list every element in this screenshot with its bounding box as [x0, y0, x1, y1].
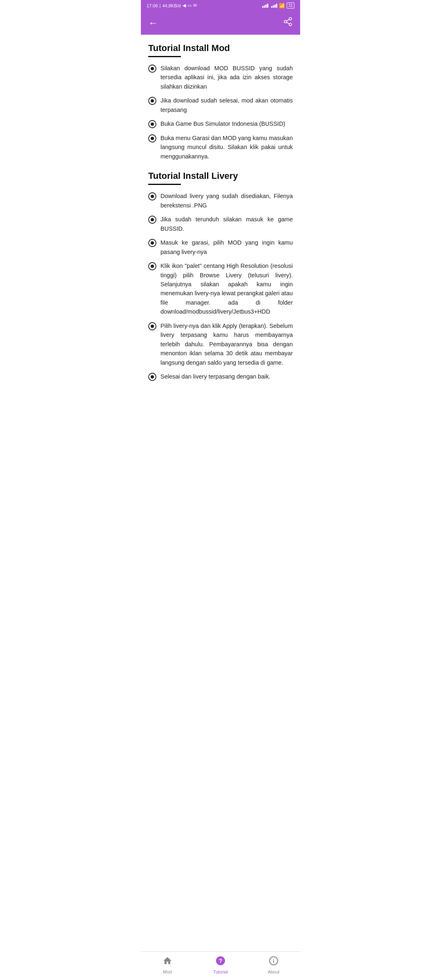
bullet-icon-l1 [148, 192, 156, 200]
bullet-text: Selesai dan livery terpasang dengan baik… [160, 372, 270, 381]
network-speed: | [160, 3, 161, 8]
svg-point-6 [151, 67, 154, 70]
bullet-icon-4 [148, 134, 156, 143]
back-button[interactable]: ← [148, 17, 158, 29]
list-item: Selesai dan livery terpasang dengan baik… [148, 372, 293, 381]
svg-point-10 [151, 122, 154, 126]
bullet-text: Buka Game Bus Simulator Indonesia (BUSSI… [160, 119, 285, 128]
bullet-icon-l4 [148, 262, 156, 270]
list-item: Masuk ke garasi, pilih MOD yang ingin ka… [148, 238, 293, 256]
bullet-text: Jika sudah terunduh silakan masuk ke gam… [160, 215, 293, 233]
bullet-text: Jika download sudah selesai, mod akan ot… [160, 96, 293, 114]
signal-bars-2 [271, 4, 277, 8]
bullet-text: Pilih livery-nya dan klik Apply (terapka… [160, 321, 293, 367]
main-content: Tutorial Install Mod Silakan download MO… [141, 35, 300, 424]
svg-line-3 [287, 22, 290, 24]
list-item: Klik ikon "palet" centang High Resolutio… [148, 261, 293, 316]
svg-point-24 [151, 375, 154, 379]
section-divider-livery [148, 184, 181, 185]
bullet-text: Silakan download MOD BUSSID yang sudah t… [160, 64, 293, 91]
bullet-icon-3 [148, 120, 156, 128]
section-install-mod: Tutorial Install Mod Silakan download MO… [148, 43, 293, 161]
list-item: Buka Game Bus Simulator Indonesia (BUSSI… [148, 119, 293, 128]
bullet-list-livery: Download livery yang sudah disediakan, F… [148, 192, 293, 381]
share-button[interactable] [283, 17, 293, 29]
bullet-text: Download livery yang sudah disediakan, F… [160, 192, 293, 210]
list-item: Jika sudah terunduh silakan masuk ke gam… [148, 215, 293, 233]
svg-point-8 [151, 99, 154, 102]
svg-point-16 [151, 218, 154, 221]
bullet-list-mod: Silakan download MOD BUSSID yang sudah t… [148, 64, 293, 161]
list-item: Buka menu Garasi dan MOD yang kamu masuk… [148, 134, 293, 161]
bullet-icon-2 [148, 97, 156, 105]
bullet-text: Klik ikon "palet" centang High Resolutio… [160, 261, 293, 316]
mail-icon: ✉ [193, 3, 197, 8]
status-right: 📶 31 [262, 2, 294, 9]
bullet-icon-l2 [148, 216, 156, 224]
section-divider-mod [148, 56, 181, 57]
svg-point-1 [284, 20, 287, 23]
list-item: Download livery yang sudah disediakan, F… [148, 192, 293, 210]
display-icon: ▭ [187, 3, 192, 8]
status-left: 17:06 | 44,8KB/d ◀ ▭ ✉ [147, 3, 197, 8]
svg-point-22 [151, 325, 154, 328]
signal-bars-1 [262, 4, 268, 8]
bullet-icon-l3 [148, 239, 156, 247]
bullet-text: Buka menu Garasi dan MOD yang kamu masuk… [160, 134, 293, 161]
battery-indicator: 31 [287, 2, 294, 9]
bullet-icon-1 [148, 65, 156, 73]
network-speed-value: 44,8KB/d [162, 3, 180, 8]
time: 17:06 [147, 3, 158, 8]
svg-point-18 [151, 241, 154, 245]
app-bar: ← [141, 11, 300, 35]
svg-line-4 [287, 20, 290, 21]
list-item: Pilih livery-nya dan klik Apply (terapka… [148, 321, 293, 367]
svg-point-0 [289, 18, 292, 20]
status-bar: 17:06 | 44,8KB/d ◀ ▭ ✉ 📶 31 [141, 0, 300, 11]
bullet-text: Masuk ke garasi, pilih MOD yang ingin ka… [160, 238, 293, 256]
section-title-livery: Tutorial Install Livery [148, 171, 293, 181]
bullet-icon-l5 [148, 322, 156, 330]
section-title-mod: Tutorial Install Mod [148, 43, 293, 53]
wifi-icon: 📶 [279, 3, 285, 9]
navigation-icon: ◀ [183, 3, 186, 8]
list-item: Silakan download MOD BUSSID yang sudah t… [148, 64, 293, 91]
battery-level: 31 [288, 3, 293, 8]
bullet-icon-l6 [148, 373, 156, 381]
svg-point-14 [151, 195, 154, 198]
svg-point-12 [151, 137, 154, 140]
svg-point-2 [289, 23, 292, 26]
section-install-livery: Tutorial Install Livery Download livery … [148, 171, 293, 381]
svg-point-20 [151, 265, 154, 268]
list-item: Jika download sudah selesai, mod akan ot… [148, 96, 293, 114]
